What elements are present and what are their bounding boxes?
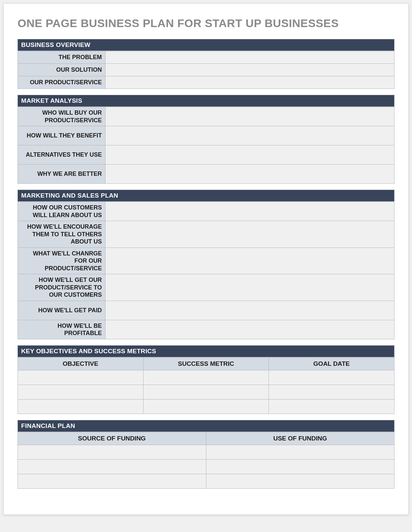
section-header-objectives: KEY OBJECTIVES AND SUCCESS METRICS <box>18 345 394 357</box>
section-business-overview: BUSINESS OVERVIEW THE PROBLEM OUR SOLUTI… <box>18 39 394 89</box>
table-row <box>18 474 394 488</box>
table-row: HOW WILL THEY BENEFIT <box>18 126 394 145</box>
table-row: OUR PRODUCT/SERVICE <box>18 76 394 89</box>
row-label: WHAT WE'LL CHANRGE FOR OUR PRODUCT/SERVI… <box>18 247 105 274</box>
table-row <box>18 370 394 385</box>
cell[interactable] <box>269 399 394 414</box>
cell[interactable] <box>206 445 394 459</box>
table-row: WHY WE ARE BETTER <box>18 165 394 184</box>
row-label: HOW WE'LL ENCOURAGE THEM TO TELL OTHERS … <box>18 221 105 248</box>
section-financial: FINANCIAL PLAN SOURCE OF FUNDING USE OF … <box>18 420 394 489</box>
cell[interactable] <box>269 385 394 399</box>
cell[interactable] <box>18 459 206 474</box>
cell[interactable] <box>18 445 206 459</box>
row-value[interactable] <box>105 145 394 165</box>
row-value[interactable] <box>105 165 394 184</box>
col-header-use: USE OF FUNDING <box>206 432 394 445</box>
table-row <box>18 399 394 414</box>
section-market-analysis: MARKET ANALYSIS WHO WILL BUY OUR PRODUCT… <box>18 95 394 184</box>
overview-table: THE PROBLEM OUR SOLUTION OUR PRODUCT/SER… <box>18 51 394 89</box>
table-row <box>18 385 394 399</box>
row-value[interactable] <box>105 51 394 64</box>
section-objectives: KEY OBJECTIVES AND SUCCESS METRICS OBJEC… <box>18 345 394 414</box>
col-header-metric: SUCCESS METRIC <box>143 357 269 370</box>
row-label: OUR PRODUCT/SERVICE <box>18 76 105 89</box>
row-label: HOW WE'LL GET OUR PRODUCT/SERVICE TO OUR… <box>18 274 105 301</box>
cell[interactable] <box>18 370 144 385</box>
row-label: HOW OUR CUSTOMERS WILL LEARN ABOUT US <box>18 202 105 221</box>
row-label: HOW WILL THEY BENEFIT <box>18 126 105 145</box>
col-header-goaldate: GOAL DATE <box>269 357 394 370</box>
row-label: WHO WILL BUY OUR PRODUCT/SERVICE <box>18 107 105 126</box>
row-value[interactable] <box>105 202 394 221</box>
cell[interactable] <box>143 370 269 385</box>
table-row <box>18 459 394 474</box>
financial-table: SOURCE OF FUNDING USE OF FUNDING <box>18 432 394 489</box>
cell[interactable] <box>269 370 394 385</box>
table-row: OUR SOLUTION <box>18 64 394 76</box>
section-marketing-sales: MARKETING AND SALES PLAN HOW OUR CUSTOME… <box>18 190 394 339</box>
section-header-financial: FINANCIAL PLAN <box>18 420 394 432</box>
section-header-marketing: MARKETING AND SALES PLAN <box>18 190 394 202</box>
cell[interactable] <box>206 459 394 474</box>
document-page: ONE PAGE BUSINESS PLAN FOR START UP BUSI… <box>3 3 409 515</box>
table-row: HOW OUR CUSTOMERS WILL LEARN ABOUT US <box>18 202 394 221</box>
table-row: HOW WE'LL GET OUR PRODUCT/SERVICE TO OUR… <box>18 274 394 301</box>
page-title: ONE PAGE BUSINESS PLAN FOR START UP BUSI… <box>18 17 394 30</box>
cell[interactable] <box>18 474 206 488</box>
objectives-table: OBJECTIVE SUCCESS METRIC GOAL DATE <box>18 357 394 414</box>
row-label: HOW WE'LL BE PROFITABLE <box>18 320 105 339</box>
table-row: ALTERNATIVES THEY USE <box>18 145 394 165</box>
row-value[interactable] <box>105 247 394 274</box>
section-header-overview: BUSINESS OVERVIEW <box>18 39 394 51</box>
table-header-row: SOURCE OF FUNDING USE OF FUNDING <box>18 432 394 445</box>
cell[interactable] <box>143 385 269 399</box>
market-table: WHO WILL BUY OUR PRODUCT/SERVICE HOW WIL… <box>18 107 394 184</box>
row-value[interactable] <box>105 107 394 126</box>
row-label: THE PROBLEM <box>18 51 105 64</box>
table-row <box>18 445 394 459</box>
table-row: HOW WE'LL ENCOURAGE THEM TO TELL OTHERS … <box>18 221 394 248</box>
row-label: HOW WE'LL GET PAID <box>18 301 105 320</box>
table-row: HOW WE'LL GET PAID <box>18 301 394 320</box>
marketing-table: HOW OUR CUSTOMERS WILL LEARN ABOUT US HO… <box>18 202 394 339</box>
row-label: ALTERNATIVES THEY USE <box>18 145 105 165</box>
section-header-market: MARKET ANALYSIS <box>18 95 394 107</box>
row-value[interactable] <box>105 64 394 76</box>
row-value[interactable] <box>105 274 394 301</box>
table-row: HOW WE'LL BE PROFITABLE <box>18 320 394 339</box>
col-header-objective: OBJECTIVE <box>18 357 144 370</box>
table-row: WHO WILL BUY OUR PRODUCT/SERVICE <box>18 107 394 126</box>
row-value[interactable] <box>105 320 394 339</box>
cell[interactable] <box>18 385 144 399</box>
table-header-row: OBJECTIVE SUCCESS METRIC GOAL DATE <box>18 357 394 370</box>
table-row: WHAT WE'LL CHANRGE FOR OUR PRODUCT/SERVI… <box>18 247 394 274</box>
row-value[interactable] <box>105 301 394 320</box>
row-value[interactable] <box>105 126 394 145</box>
table-row: THE PROBLEM <box>18 51 394 64</box>
cell[interactable] <box>18 399 144 414</box>
row-value[interactable] <box>105 76 394 89</box>
row-label: WHY WE ARE BETTER <box>18 165 105 184</box>
cell[interactable] <box>206 474 394 488</box>
row-label: OUR SOLUTION <box>18 64 105 76</box>
row-value[interactable] <box>105 221 394 248</box>
col-header-source: SOURCE OF FUNDING <box>18 432 206 445</box>
cell[interactable] <box>143 399 269 414</box>
